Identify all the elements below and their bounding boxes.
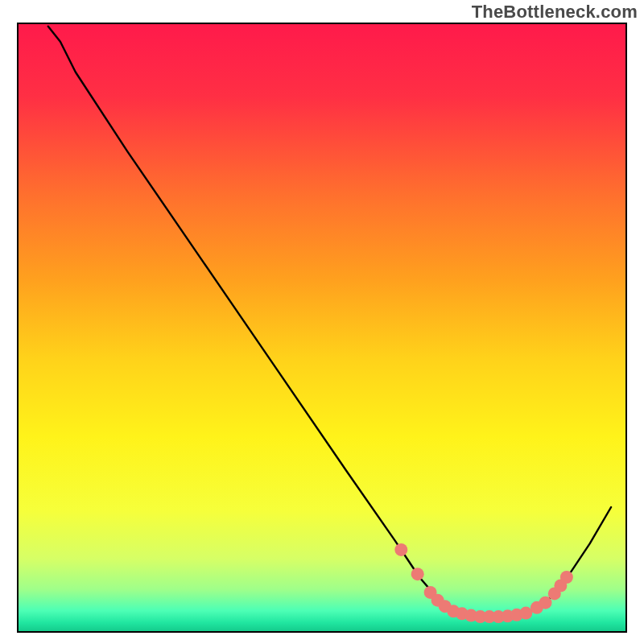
gradient-background [18, 23, 626, 632]
highlight-dot [539, 597, 552, 609]
highlight-dot [519, 607, 532, 620]
bottleneck-chart [0, 0, 644, 644]
highlight-dot [394, 543, 407, 556]
attribution-label: TheBottleneck.com [472, 2, 638, 23]
highlight-dot [560, 571, 573, 584]
highlight-dot [411, 568, 424, 580]
chart-container: TheBottleneck.com [0, 0, 644, 644]
